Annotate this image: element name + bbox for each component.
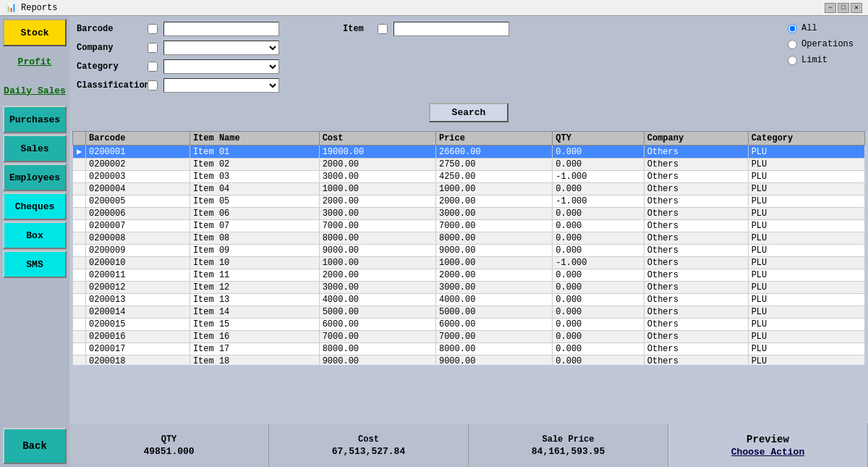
table-header-row: Barcode Item Name Cost Price QTY Company… (73, 132, 865, 146)
maximize-button[interactable]: □ (838, 3, 849, 13)
table-row[interactable]: 0200013 Item 13 4000.00 4000.00 0.000 Ot… (73, 294, 865, 306)
sidebar-item-daily-sales[interactable]: Daily Sales (3, 77, 67, 104)
classification-label: Classification (77, 80, 142, 91)
radio-operations[interactable] (788, 40, 797, 49)
cell-company: Others (644, 343, 748, 355)
cell-category: PLU (748, 355, 864, 366)
table-row[interactable]: 0200003 Item 03 3000.00 4250.00 -1.000 O… (73, 171, 865, 183)
table-row[interactable]: 0200005 Item 05 2000.00 2000.00 -1.000 O… (73, 195, 865, 208)
minimize-button[interactable]: − (825, 3, 836, 13)
row-indicator (73, 257, 86, 269)
item-checkbox[interactable] (378, 24, 388, 34)
sidebar-item-cheques[interactable]: Cheques (3, 193, 67, 220)
cell-barcode: 0200014 (86, 306, 190, 319)
cell-cost: 2000.00 (319, 269, 435, 282)
table-row[interactable]: 0200011 Item 11 2000.00 2000.00 0.000 Ot… (73, 269, 865, 282)
cell-category: PLU (748, 294, 864, 306)
cell-qty: 0.000 (553, 269, 644, 282)
table-row[interactable]: 0200006 Item 06 3000.00 3000.00 0.000 Ot… (73, 208, 865, 220)
sidebar-item-sms[interactable]: SMS (3, 251, 67, 278)
sidebar-item-box[interactable]: Box (3, 222, 67, 249)
cell-name: Item 05 (190, 195, 319, 208)
table-row[interactable]: 0200017 Item 17 8000.00 8000.00 0.000 Ot… (73, 343, 865, 355)
category-checkbox[interactable] (148, 62, 158, 72)
search-button[interactable]: Search (429, 103, 509, 122)
item-input[interactable] (393, 22, 509, 36)
cell-price: 3000.00 (435, 282, 552, 294)
cell-company: Others (644, 208, 748, 220)
cell-name: Item 12 (190, 282, 319, 294)
cell-price: 3000.00 (435, 208, 552, 220)
barcode-checkbox[interactable] (148, 24, 158, 34)
window-title: Reports (21, 3, 57, 13)
cell-barcode: 0200012 (86, 282, 190, 294)
cell-price: 2000.00 (435, 269, 552, 282)
cell-company: Others (644, 245, 748, 257)
table-row[interactable]: 0200009 Item 09 9000.00 9000.00 0.000 Ot… (73, 245, 865, 257)
table-row[interactable]: 0200014 Item 14 5000.00 5000.00 0.000 Ot… (73, 306, 865, 319)
cell-barcode: 0200001 (86, 146, 190, 159)
row-indicator (73, 343, 86, 355)
cell-qty: -1.000 (553, 257, 644, 269)
classification-dropdown[interactable] (163, 78, 279, 93)
row-indicator (73, 355, 86, 366)
category-dropdown[interactable] (163, 59, 279, 74)
sidebar-item-profit[interactable]: Profit (3, 48, 67, 75)
cell-cost: 1000.00 (319, 257, 435, 269)
col-company: Company (644, 132, 748, 146)
filter-row-classification: Classification (77, 78, 861, 93)
cell-category: PLU (748, 282, 864, 294)
row-indicator (73, 269, 86, 282)
table-row[interactable]: 0200015 Item 15 6000.00 6000.00 0.000 Ot… (73, 319, 865, 331)
table-row[interactable]: 0200012 Item 12 3000.00 3000.00 0.000 Ot… (73, 282, 865, 294)
radio-limit[interactable] (788, 56, 797, 65)
table-row[interactable]: 0200016 Item 16 7000.00 7000.00 0.000 Ot… (73, 331, 865, 343)
choose-action-label[interactable]: Choose Action (731, 447, 804, 458)
cell-qty: 0.000 (553, 319, 644, 331)
cell-company: Others (644, 355, 748, 366)
table-row[interactable]: ▶ 0200001 Item 01 19000.00 26600.00 0.00… (73, 146, 865, 159)
company-dropdown[interactable] (163, 41, 279, 55)
cell-category: PLU (748, 159, 864, 171)
cell-name: Item 09 (190, 245, 319, 257)
close-button[interactable]: ✕ (851, 3, 862, 13)
classification-checkbox[interactable] (148, 80, 158, 91)
table-row[interactable]: 0200008 Item 08 8000.00 8000.00 0.000 Ot… (73, 232, 865, 245)
cell-price: 2000.00 (435, 195, 552, 208)
preview-label: Preview (746, 434, 789, 445)
table-row[interactable]: 0200004 Item 04 1000.00 1000.00 0.000 Ot… (73, 183, 865, 195)
cell-price: 8000.00 (435, 232, 552, 245)
cell-price: 2750.00 (435, 159, 552, 171)
table-row[interactable]: 0200007 Item 07 7000.00 7000.00 0.000 Ot… (73, 220, 865, 232)
data-table: Barcode Item Name Cost Price QTY Company… (72, 131, 865, 365)
footer-sale-price: Sale Price 84,161,593.95 (469, 424, 668, 467)
sidebar-item-purchases[interactable]: Purchases (3, 106, 67, 133)
cell-barcode: 0200002 (86, 159, 190, 171)
table-row[interactable]: 0200002 Item 02 2000.00 2750.00 0.000 Ot… (73, 159, 865, 171)
company-checkbox[interactable] (148, 43, 158, 53)
cell-price: 6000.00 (435, 319, 552, 331)
cell-cost: 9000.00 (319, 245, 435, 257)
cell-price: 4000.00 (435, 294, 552, 306)
row-indicator (73, 232, 86, 245)
footer-cost: Cost 67,513,527.84 (269, 424, 469, 467)
cell-cost: 8000.00 (319, 343, 435, 355)
sidebar-item-stock[interactable]: Stock (3, 19, 67, 46)
table-row[interactable]: 0200010 Item 10 1000.00 1000.00 -1.000 O… (73, 257, 865, 269)
cell-qty: -1.000 (553, 171, 644, 183)
sidebar-item-employees[interactable]: Employees (3, 164, 67, 191)
radio-limit-label: Limit (801, 55, 827, 65)
row-indicator (73, 331, 86, 343)
back-button[interactable]: Back (3, 428, 67, 464)
cell-company: Others (644, 220, 748, 232)
table-scroll-container[interactable]: Barcode Item Name Cost Price QTY Company… (72, 131, 865, 365)
cell-price: 4250.00 (435, 171, 552, 183)
cell-cost: 3000.00 (319, 171, 435, 183)
barcode-input[interactable] (163, 22, 279, 36)
col-indicator (73, 132, 86, 146)
sidebar-item-sales[interactable]: Sales (3, 135, 67, 162)
cell-barcode: 0200007 (86, 220, 190, 232)
radio-all[interactable] (788, 24, 797, 33)
table-row[interactable]: 0200018 Item 18 9000.00 9000.00 0.000 Ot… (73, 355, 865, 366)
cell-category: PLU (748, 343, 864, 355)
